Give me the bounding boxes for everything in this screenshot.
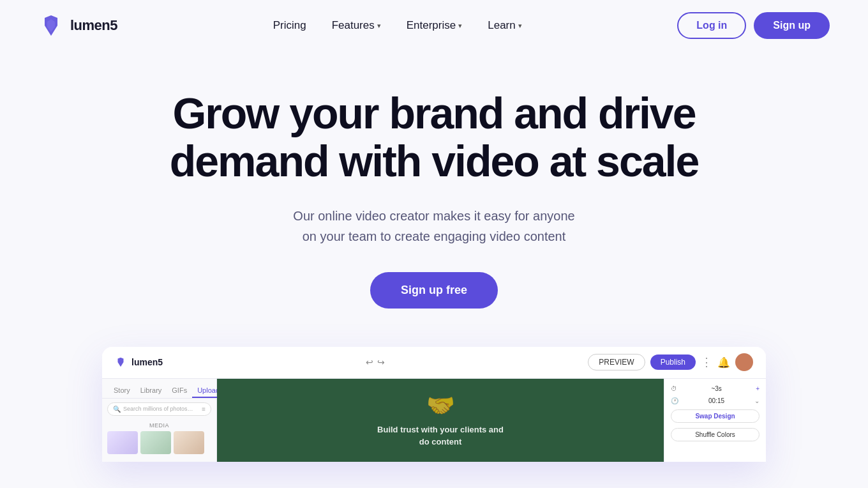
publish-button[interactable]: Publish: [650, 355, 696, 370]
total-time-value: 00:15: [708, 397, 724, 404]
mockup-thumbnail-row: [102, 429, 216, 457]
lumen5-logo-icon: [38, 13, 64, 38]
mockup-canvas-content: 🤝 Build trust with your clients and do c…: [377, 392, 504, 447]
app-mockup: lumen5 ↩ ↪ PREVIEW Publish ⋮ 🔔 Story Lib…: [102, 347, 766, 462]
undo-icon[interactable]: ↩: [366, 357, 373, 367]
filter-icon[interactable]: ≡: [202, 406, 206, 413]
mockup-tab-story[interactable]: Story: [108, 384, 135, 398]
hero-subheadline: Our online video creator makes it easy f…: [293, 206, 574, 247]
expand-icon[interactable]: ⌄: [754, 397, 760, 404]
duration-label: ⏱: [671, 385, 677, 392]
features-chevron-icon: ▾: [377, 22, 381, 30]
mockup-undo-redo: ↩ ↪: [366, 357, 385, 367]
duration-row: ⏱ ~3s +: [671, 385, 760, 392]
mockup-thumbnail-3[interactable]: [174, 431, 204, 454]
canvas-text: Build trust with your clients and do con…: [377, 424, 504, 447]
more-options-icon[interactable]: ⋮: [701, 355, 712, 369]
login-button[interactable]: Log in: [677, 12, 746, 39]
user-avatar[interactable]: [735, 353, 753, 371]
mockup-body: Story Library GIFs Uploads Recent ☆ 🔍 Se…: [102, 379, 766, 462]
mockup-canvas: 🤝 Build trust with your clients and do c…: [217, 379, 664, 462]
plus-icon[interactable]: +: [756, 385, 760, 392]
search-icon: 🔍: [113, 406, 121, 413]
mockup-logo: lumen5: [115, 356, 163, 368]
swap-design-button[interactable]: Swap Design: [671, 409, 760, 423]
mockup-thumbnail-2[interactable]: [140, 431, 171, 454]
mockup-sidebar: Story Library GIFs Uploads Recent ☆ 🔍 Se…: [102, 379, 217, 462]
mockup-media-label: Media: [102, 422, 216, 429]
nav-actions: Log in Sign up: [677, 12, 830, 39]
logo-text: lumen5: [70, 17, 117, 34]
cta-button[interactable]: Sign up free: [370, 272, 498, 309]
nav-features[interactable]: Features ▾: [332, 19, 381, 32]
nav-enterprise[interactable]: Enterprise ▾: [407, 19, 462, 32]
enterprise-chevron-icon: ▾: [458, 22, 462, 30]
total-time-label: 🕐: [671, 397, 678, 404]
redo-icon[interactable]: ↪: [377, 357, 385, 367]
nav-pricing[interactable]: Pricing: [273, 19, 306, 32]
notification-icon[interactable]: 🔔: [717, 356, 730, 369]
nav-learn[interactable]: Learn ▾: [488, 19, 521, 32]
hero-section: Grow your brand and drive demand with vi…: [0, 51, 868, 462]
signup-button[interactable]: Sign up: [754, 12, 830, 39]
total-time-row: 🕐 00:15 ⌄: [671, 397, 760, 404]
navbar: lumen5 Pricing Features ▾ Enterprise ▾ L…: [0, 0, 868, 51]
canvas-icon: 🤝: [377, 392, 504, 419]
mockup-sidebar-tabs: Story Library GIFs Uploads Recent ☆: [102, 379, 216, 399]
logo-link[interactable]: lumen5: [38, 13, 117, 38]
nav-links: Pricing Features ▾ Enterprise ▾ Learn ▾: [273, 19, 522, 32]
duration-value: ~3s: [711, 385, 721, 392]
mockup-thumbnail-1[interactable]: [107, 431, 138, 454]
mockup-tab-library[interactable]: Library: [135, 384, 167, 398]
hero-headline: Grow your brand and drive demand with vi…: [170, 89, 698, 185]
learn-chevron-icon: ▾: [518, 22, 522, 30]
shuffle-colors-button[interactable]: Shuffle Colors: [671, 428, 760, 441]
mockup-right-panel: ⏱ ~3s + 🕐 00:15 ⌄ Swap Design Shuffle Co…: [664, 379, 766, 462]
mockup-topbar: lumen5 ↩ ↪ PREVIEW Publish ⋮ 🔔: [102, 347, 766, 379]
mockup-search-bar[interactable]: 🔍 Search millions of photos and videos ≡: [107, 402, 211, 416]
preview-button[interactable]: PREVIEW: [588, 354, 645, 370]
mockup-tab-gifs[interactable]: GIFs: [167, 384, 192, 398]
mockup-topbar-actions: PREVIEW Publish ⋮ 🔔: [588, 353, 753, 371]
